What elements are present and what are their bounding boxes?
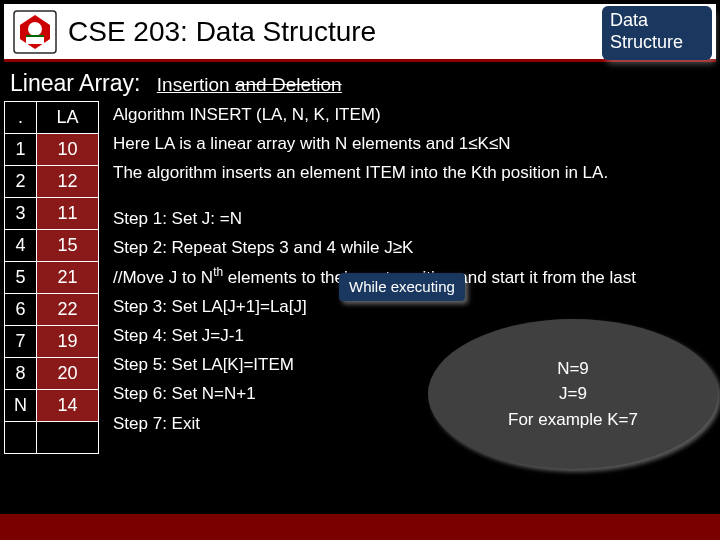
cell-index: 8 xyxy=(5,358,37,390)
algo-desc-1: Here LA is a linear array with N element… xyxy=(113,130,708,157)
course-badge: Data Structure xyxy=(602,6,712,60)
cell-value: 21 xyxy=(37,262,99,294)
algorithm-block: Algorithm INSERT (LA, N, K, ITEM) Here L… xyxy=(99,101,716,454)
algo-step-2: Step 2: Repeat Steps 3 and 4 while J≥K xyxy=(113,234,708,261)
cell-value: 12 xyxy=(37,166,99,198)
cell-index: 7 xyxy=(5,326,37,358)
cell-index: 3 xyxy=(5,198,37,230)
table-row: 212 xyxy=(5,166,99,198)
svg-point-1 xyxy=(28,22,42,36)
cell-value: 19 xyxy=(37,326,99,358)
array-table: . LA 110 212 311 415 521 622 719 820 N14 xyxy=(4,101,99,454)
cell-value: 20 xyxy=(37,358,99,390)
algo-title: Algorithm INSERT (LA, N, K, ITEM) xyxy=(113,101,708,128)
cell-empty xyxy=(5,422,37,454)
university-logo-icon xyxy=(12,9,58,55)
table-row: 521 xyxy=(5,262,99,294)
table-row: 719 xyxy=(5,326,99,358)
section-heading-row: Linear Array: Insertion and Deletion xyxy=(0,66,720,99)
content-area: . LA 110 212 311 415 521 622 719 820 N14… xyxy=(0,99,720,454)
algo-comment-a: //Move J to N xyxy=(113,268,213,287)
table-row: 820 xyxy=(5,358,99,390)
cell-value: 22 xyxy=(37,294,99,326)
footer-bar xyxy=(0,514,720,540)
cell-index: 2 xyxy=(5,166,37,198)
spacer xyxy=(113,189,708,203)
bubble-line-1: N=9 xyxy=(557,356,589,382)
cell-value: 14 xyxy=(37,390,99,422)
cell-index: 6 xyxy=(5,294,37,326)
badge-line-2: Structure xyxy=(610,32,704,54)
cell-value: 11 xyxy=(37,198,99,230)
while-executing-caption: While executing xyxy=(339,273,465,301)
array-table-wrap: . LA 110 212 311 415 521 622 719 820 N14 xyxy=(4,101,99,454)
cell-value: 15 xyxy=(37,230,99,262)
course-title: CSE 203: Data Structure xyxy=(68,16,376,48)
table-row: 415 xyxy=(5,230,99,262)
svg-rect-3 xyxy=(26,35,44,37)
table-row: 311 xyxy=(5,198,99,230)
cell-index: 4 xyxy=(5,230,37,262)
algo-desc-2: The algorithm inserts an element ITEM in… xyxy=(113,159,708,186)
cell-empty xyxy=(37,422,99,454)
algo-step-1: Step 1: Set J: =N xyxy=(113,205,708,232)
bubble-line-3: For example K=7 xyxy=(508,407,638,433)
th-la: LA xyxy=(37,102,99,134)
table-row-empty xyxy=(5,422,99,454)
cell-index: 1 xyxy=(5,134,37,166)
th-index: . xyxy=(5,102,37,134)
section-heading: Linear Array: xyxy=(10,70,140,96)
cell-index: N xyxy=(5,390,37,422)
bubble-line-2: J=9 xyxy=(559,381,587,407)
table-row: N14 xyxy=(5,390,99,422)
table-row: 622 xyxy=(5,294,99,326)
cell-index: 5 xyxy=(5,262,37,294)
cell-value: 10 xyxy=(37,134,99,166)
subheading-keep: Insertion xyxy=(157,74,235,95)
table-row: 110 xyxy=(5,134,99,166)
superscript-th: th xyxy=(213,265,223,279)
section-subheading: Insertion and Deletion xyxy=(157,74,342,95)
badge-line-1: Data xyxy=(610,10,704,32)
subheading-strike: and Deletion xyxy=(235,74,342,95)
example-bubble: N=9 J=9 For example K=7 xyxy=(428,319,718,469)
title-bar: CSE 203: Data Structure Data Structure xyxy=(4,4,716,62)
